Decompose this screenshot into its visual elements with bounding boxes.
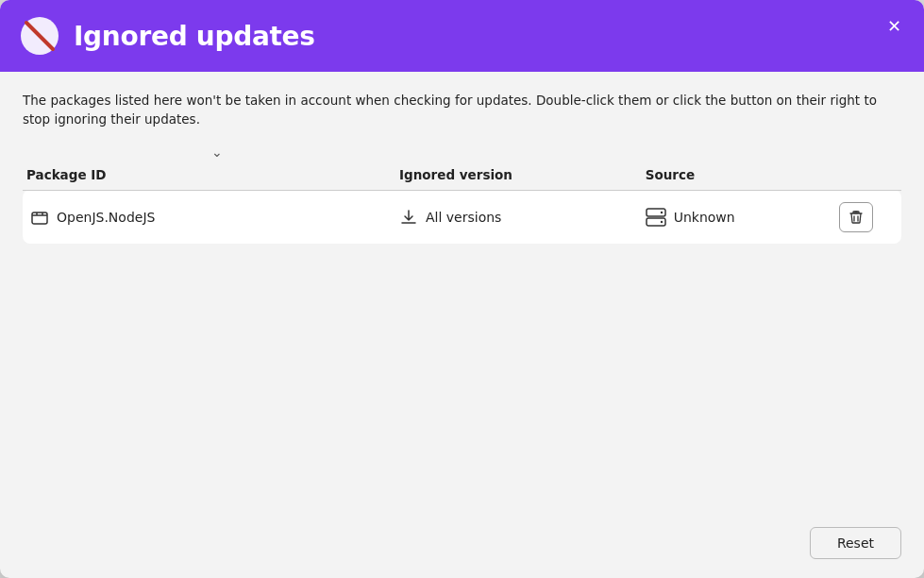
dialog-title: Ignored updates: [74, 21, 315, 52]
source-icon: [646, 208, 666, 227]
packages-table: Package ID Ignored version Source: [23, 162, 901, 244]
dialog-footer: Reset: [0, 516, 924, 578]
trash-icon: [848, 210, 864, 225]
package-id-value: OpenJS.NodeJS: [57, 210, 155, 225]
table-body: OpenJS.NodeJS All versions: [23, 190, 901, 244]
title-bar: Ignored updates ✕: [0, 0, 924, 72]
ignored-version-cell: All versions: [392, 190, 638, 244]
svg-rect-2: [32, 212, 47, 224]
table-header: Package ID Ignored version Source: [23, 162, 901, 191]
col-header-source: Source: [638, 162, 832, 191]
chevron-down-icon: ⌄: [211, 144, 223, 160]
action-cell: [832, 190, 902, 244]
package-icon: [30, 208, 49, 227]
ignored-updates-dialog: Ignored updates ✕ The packages listed he…: [0, 0, 924, 578]
delete-button[interactable]: [839, 202, 873, 232]
col-header-package-id: Package ID: [23, 162, 392, 191]
svg-point-6: [660, 220, 662, 222]
package-id-cell: OpenJS.NodeJS: [23, 190, 392, 244]
table-row[interactable]: OpenJS.NodeJS All versions: [23, 190, 901, 244]
no-updates-icon: [19, 15, 60, 57]
source-cell: Unknown: [638, 190, 832, 244]
source-value: Unknown: [674, 210, 735, 225]
col-header-ignored-version: Ignored version: [392, 162, 638, 191]
download-icon: [399, 208, 418, 227]
sort-indicator: ⌄: [23, 144, 901, 160]
ignored-version-value: All versions: [426, 210, 501, 225]
description-text: The packages listed here won't be taken …: [23, 91, 901, 129]
svg-point-5: [660, 211, 662, 212]
reset-button[interactable]: Reset: [810, 527, 901, 559]
dialog-body: The packages listed here won't be taken …: [0, 72, 924, 516]
close-button[interactable]: ✕: [879, 11, 909, 42]
col-header-action: [832, 162, 902, 191]
